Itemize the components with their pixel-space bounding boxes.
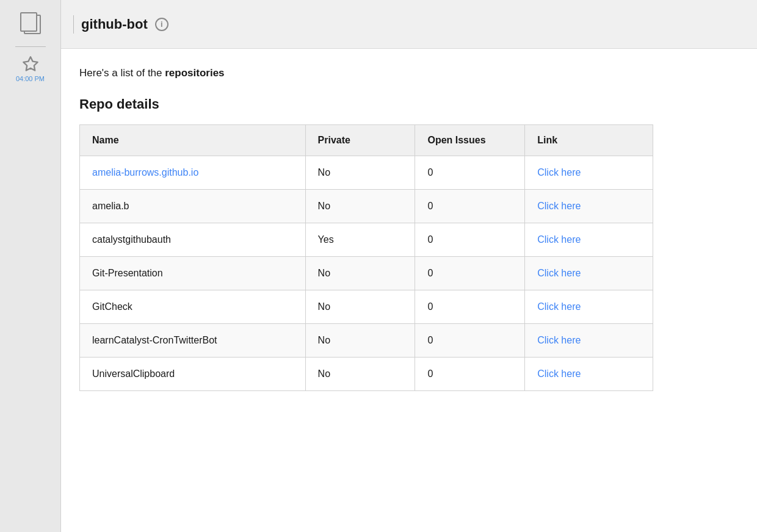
table-row: UniversalClipboardNo0Click here [80, 358, 653, 391]
repo-table: Name Private Open Issues Link amelia-bur… [79, 124, 653, 391]
repo-name-text: catalystgithubauth [92, 234, 171, 245]
copy-icon [19, 12, 42, 35]
click-here-link[interactable]: Click here [537, 167, 581, 178]
repo-name-cell: UniversalClipboard [80, 358, 306, 391]
title-bar: github-bot i [61, 0, 757, 49]
repo-link-cell: Click here [525, 324, 653, 358]
table-row: GitCheckNo0Click here [80, 290, 653, 324]
svg-marker-0 [23, 57, 37, 70]
repo-private-cell: No [305, 290, 415, 324]
table-row: amelia-burrows.github.ioNo0Click here [80, 156, 653, 190]
app-title: github-bot [81, 16, 148, 32]
repo-link-cell: Click here [525, 223, 653, 257]
click-here-link[interactable]: Click here [537, 368, 581, 379]
sidebar-time: 04:00 PM [16, 75, 45, 82]
title-bar-divider [73, 15, 74, 34]
click-here-link[interactable]: Click here [537, 201, 581, 211]
repo-issues-cell: 0 [415, 190, 525, 223]
repo-name-cell: amelia-burrows.github.io [80, 156, 306, 190]
repo-name-text: Git-Presentation [92, 268, 163, 278]
col-header-link: Link [525, 125, 653, 156]
repo-issues-cell: 0 [415, 257, 525, 290]
click-here-link[interactable]: Click here [537, 301, 581, 312]
repo-issues-cell: 0 [415, 324, 525, 358]
repo-issues-cell: 0 [415, 290, 525, 324]
repo-link-cell: Click here [525, 156, 653, 190]
repo-name-cell: catalystgithubauth [80, 223, 306, 257]
repo-private-cell: No [305, 190, 415, 223]
click-here-link[interactable]: Click here [537, 234, 581, 245]
table-row: Git-PresentationNo0Click here [80, 257, 653, 290]
repo-link-cell: Click here [525, 358, 653, 391]
sidebar-divider [15, 46, 46, 47]
repo-name-text: learnCatalyst-CronTwitterBot [92, 335, 217, 345]
col-header-private: Private [305, 125, 415, 156]
click-here-link[interactable]: Click here [537, 335, 581, 345]
col-header-name: Name [80, 125, 306, 156]
table-row: amelia.bNo0Click here [80, 190, 653, 223]
repo-private-cell: No [305, 324, 415, 358]
click-here-link[interactable]: Click here [537, 268, 581, 278]
repo-name-cell: GitCheck [80, 290, 306, 324]
sidebar-star-area: 04:00 PM [16, 56, 45, 82]
repo-name-text: GitCheck [92, 301, 132, 312]
repo-private-cell: Yes [305, 223, 415, 257]
section-title: Repo details [79, 96, 739, 112]
repo-issues-cell: 0 [415, 223, 525, 257]
table-header-row: Name Private Open Issues Link [80, 125, 653, 156]
repo-private-cell: No [305, 358, 415, 391]
repo-name-cell: learnCatalyst-CronTwitterBot [80, 324, 306, 358]
table-row: learnCatalyst-CronTwitterBotNo0Click her… [80, 324, 653, 358]
repo-private-cell: No [305, 156, 415, 190]
repo-name-cell: amelia.b [80, 190, 306, 223]
repo-link-cell: Click here [525, 257, 653, 290]
repo-name-cell: Git-Presentation [80, 257, 306, 290]
repo-issues-cell: 0 [415, 358, 525, 391]
repo-name-text: amelia.b [92, 201, 129, 211]
col-header-open-issues: Open Issues [415, 125, 525, 156]
info-icon[interactable]: i [155, 18, 168, 31]
main-content: Here's a list of the repositories Repo d… [61, 49, 757, 532]
repo-issues-cell: 0 [415, 156, 525, 190]
repo-link-cell: Click here [525, 190, 653, 223]
repo-private-cell: No [305, 257, 415, 290]
table-row: catalystgithubauthYes0Click here [80, 223, 653, 257]
repo-name-link[interactable]: amelia-burrows.github.io [92, 167, 198, 178]
repo-name-text: UniversalClipboard [92, 368, 175, 379]
repo-link-cell: Click here [525, 290, 653, 324]
intro-text: Here's a list of the repositories [79, 67, 739, 79]
sidebar: 04:00 PM [0, 0, 61, 532]
star-icon [22, 56, 39, 73]
